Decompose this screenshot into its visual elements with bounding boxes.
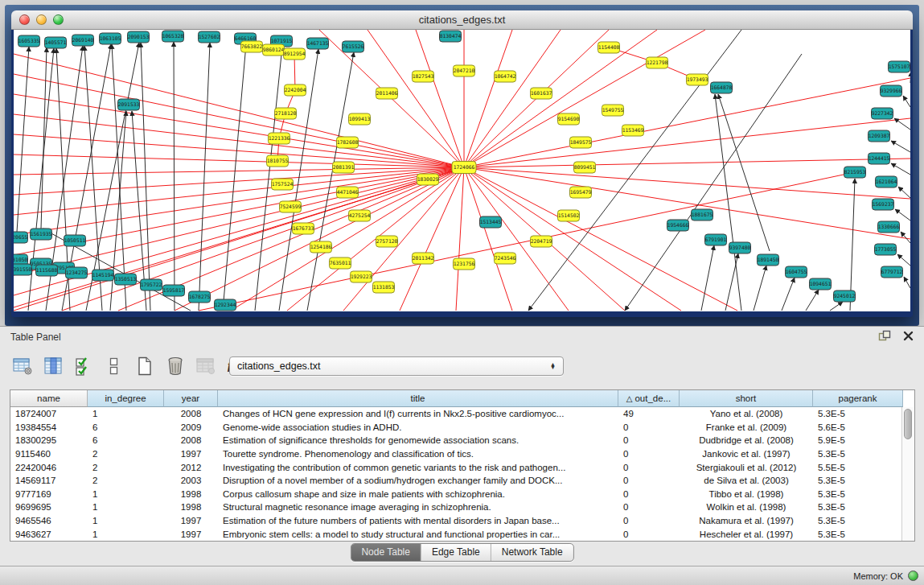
cell[interactable]: Hescheler et al. (1997)	[680, 529, 813, 539]
cell[interactable]: 0	[618, 476, 680, 485]
unselect-all-columns-button[interactable]	[103, 356, 125, 377]
table-scrollbar[interactable]	[901, 407, 914, 541]
cell[interactable]: 0	[618, 435, 680, 445]
column-header-title[interactable]: title	[218, 390, 618, 407]
table-row[interactable]: 946554611997Estimation of the future num…	[10, 514, 914, 528]
cell[interactable]: 2	[88, 463, 164, 472]
cell[interactable]: de Silva et al. (2003)	[680, 476, 813, 485]
cell[interactable]: 1997	[164, 449, 218, 459]
table-row[interactable]: 911546021997Tourette syndrome. Phenomeno…	[10, 447, 914, 461]
minimize-window-icon[interactable]	[36, 14, 47, 25]
create-column-button[interactable]	[133, 356, 155, 377]
cell[interactable]: 2008	[164, 409, 218, 418]
cell[interactable]: 6	[88, 435, 164, 445]
cell[interactable]: 6	[88, 422, 164, 432]
cell[interactable]: 1	[88, 409, 164, 418]
cell[interactable]: 5.3E-5	[813, 449, 903, 459]
cell[interactable]: 5.3E-5	[813, 476, 903, 485]
cell[interactable]: 1998	[164, 502, 218, 512]
cell[interactable]: Yano et al. (2008)	[680, 409, 813, 418]
cell[interactable]: Tourette syndrome. Phenomenology and cla…	[218, 449, 618, 459]
cell[interactable]: 18300295	[10, 435, 88, 445]
cell[interactable]: 0	[618, 449, 680, 459]
cell[interactable]: 2	[88, 449, 164, 459]
cell[interactable]: 22420046	[10, 463, 88, 472]
cell[interactable]: Nakamura et al. (1997)	[680, 516, 813, 525]
cell[interactable]: 9699695	[10, 502, 88, 512]
cell[interactable]: Embryonic stem cells: a model to study s…	[218, 529, 618, 539]
cell[interactable]: 1997	[164, 516, 218, 525]
cell[interactable]: 0	[618, 463, 680, 472]
cell[interactable]: 0	[618, 422, 680, 432]
cell[interactable]: 1	[88, 502, 164, 512]
delete-columns-button[interactable]	[164, 356, 186, 377]
cell[interactable]: Genome-wide association studies in ADHD.	[218, 422, 618, 432]
table-row[interactable]: 1872400712008Changes of HCN gene express…	[10, 407, 914, 421]
zoom-window-icon[interactable]	[53, 14, 64, 25]
cell[interactable]: 19384554	[10, 422, 88, 432]
cell[interactable]: 1	[88, 529, 164, 539]
cell[interactable]: 5.3E-5	[813, 409, 903, 418]
float-panel-icon[interactable]	[878, 330, 891, 341]
node-table[interactable]: namein_degreeyeartitle△out_de...shortpag…	[10, 389, 915, 542]
cell[interactable]: 0	[618, 489, 680, 499]
cell[interactable]: Estimation of significance thresholds fo…	[218, 435, 618, 445]
cell[interactable]: 5.3E-5	[813, 516, 903, 525]
memory-status-icon[interactable]	[908, 571, 918, 581]
cell[interactable]: Changes of HCN gene expression and I(f) …	[218, 409, 618, 418]
cell[interactable]: 0	[618, 516, 680, 525]
table-row[interactable]: 2242004622012Investigating the contribut…	[10, 460, 914, 474]
cell[interactable]: Structural magnetic resonance image aver…	[218, 502, 618, 512]
tab-node-table[interactable]: Node Table	[351, 544, 421, 561]
column-header-short[interactable]: short	[680, 390, 813, 407]
column-header-in_degree[interactable]: in_degree	[88, 390, 164, 407]
network-graph[interactable]: 1605335140557120691401063105209015310653…	[14, 30, 910, 311]
column-header-pagerank[interactable]: pagerank	[813, 390, 903, 407]
close-window-icon[interactable]	[19, 14, 30, 25]
cell[interactable]: Estimation of the future numbers of pati…	[218, 516, 618, 525]
tab-network-table[interactable]: Network Table	[491, 544, 573, 561]
cell[interactable]: 2003	[164, 476, 218, 485]
close-panel-icon[interactable]	[903, 331, 914, 341]
network-view-window[interactable]: citations_edges.txt 16053351405571206914…	[11, 10, 913, 317]
cell[interactable]: 9115460	[10, 449, 88, 459]
table-row[interactable]: 1830029562008Estimation of significance …	[10, 434, 914, 447]
table-chooser-dropdown[interactable]: citations_edges.txt ▲▼	[229, 356, 564, 376]
scrollbar-thumb[interactable]	[904, 409, 912, 439]
cell[interactable]: 49	[618, 409, 680, 418]
cell[interactable]: Stergiakouli et al. (2012)	[680, 463, 813, 472]
cell[interactable]: 0	[618, 529, 680, 539]
tab-edge-table[interactable]: Edge Table	[421, 544, 491, 561]
cell[interactable]: 14569117	[10, 476, 88, 485]
cell[interactable]: Franke et al. (2009)	[680, 422, 813, 432]
cell[interactable]: 2	[88, 476, 164, 485]
cell[interactable]: 1998	[164, 489, 218, 499]
show-columns-button[interactable]	[42, 356, 64, 377]
cell[interactable]: 9465546	[10, 516, 88, 525]
cell[interactable]: Wolkin et al. (1998)	[680, 502, 813, 512]
cell[interactable]: 5.3E-5	[813, 489, 903, 499]
select-all-columns-button[interactable]	[72, 356, 94, 377]
column-header-out_de[interactable]: △out_de...	[618, 390, 680, 407]
table-row[interactable]: 1456911722003Disruption of a novel membe…	[10, 474, 914, 488]
table-mode-button[interactable]	[11, 356, 33, 377]
cell[interactable]: Investigating the contribution of common…	[218, 463, 618, 472]
table-row[interactable]: 977716911998Corpus callosum shape and si…	[10, 488, 914, 501]
cell[interactable]: Tibbo et al. (1998)	[680, 489, 813, 499]
cell[interactable]: 5.5E-5	[813, 463, 903, 472]
cell[interactable]: 5.6E-5	[813, 422, 903, 432]
table-row[interactable]: 946362711997Embryonic stem cells: a mode…	[10, 527, 914, 541]
cell[interactable]: Disruption of a novel member of a sodium…	[218, 476, 618, 485]
delete-table-button[interactable]	[195, 356, 216, 377]
cell[interactable]: 0	[618, 502, 680, 512]
network-canvas[interactable]: 1605335140557120691401063105209015310653…	[14, 30, 910, 311]
cell[interactable]: 1	[88, 489, 164, 499]
window-titlebar[interactable]: citations_edges.txt	[11, 10, 913, 30]
cell[interactable]: 5.3E-5	[813, 529, 903, 539]
cell[interactable]: 5.9E-5	[813, 435, 903, 445]
table-row[interactable]: 969969511998Structural magnetic resonanc…	[10, 501, 914, 514]
cell[interactable]: 2012	[164, 463, 218, 472]
cell[interactable]: 5.3E-5	[813, 502, 903, 512]
cell[interactable]: Dudbridge et al. (2008)	[680, 435, 813, 445]
cell[interactable]: 18724007	[10, 409, 88, 418]
